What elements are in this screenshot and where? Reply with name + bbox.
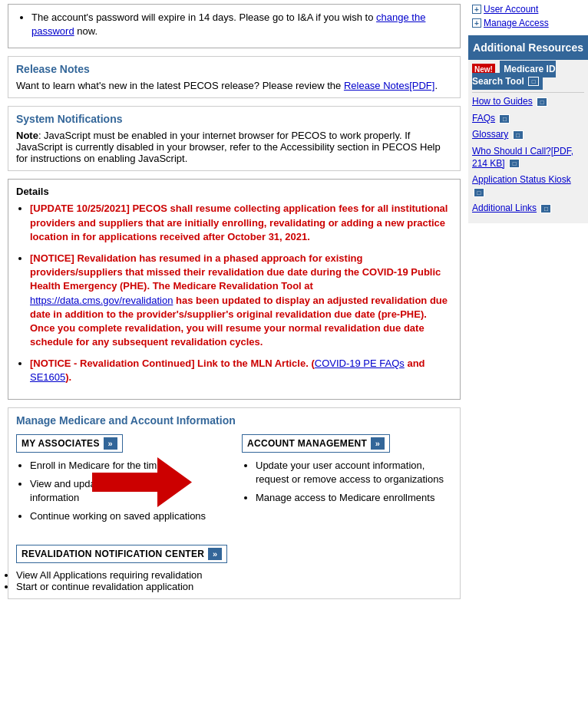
medicare-tool-icon: □ bbox=[528, 77, 539, 86]
application-status-icon: □ bbox=[474, 188, 484, 197]
revalidation-arrow-icon: » bbox=[208, 548, 222, 560]
how-to-guides-icon: □ bbox=[537, 97, 547, 107]
account-management-list: Update your user account information, re… bbox=[256, 459, 452, 506]
sidebar-user-account-link[interactable]: User Account bbox=[484, 4, 538, 15]
sidebar-manage-access-item: + Manage Access bbox=[472, 18, 584, 28]
my-associates-arrow-icon: » bbox=[104, 437, 117, 450]
sidebar-manage-access-link[interactable]: Manage Access bbox=[484, 18, 549, 28]
account-management-item-2: Manage access to Medicare enrollments bbox=[256, 491, 452, 505]
revalidation-item-2: Start or continue revalidation applicati… bbox=[16, 581, 452, 592]
release-notes-text: Want to learn what's new in the latest P… bbox=[16, 80, 452, 91]
sidebar: + User Account + Manage Access Additiona… bbox=[468, 0, 588, 603]
se1605-link[interactable]: SE1605 bbox=[30, 371, 65, 383]
release-notes-section: Release Notes Want to learn what's new i… bbox=[8, 56, 461, 98]
details-item-3: [NOTICE - Revalidation Continued] Link t… bbox=[30, 357, 452, 384]
details-list: [UPDATE 10/25/2021] PECOS shall resume c… bbox=[30, 202, 452, 384]
manage-grid: MY ASSOCIATES » Enroll in Medicare for t… bbox=[16, 434, 452, 529]
info-box: The account's password will expire in 14… bbox=[8, 4, 461, 48]
main-content: The account's password will expire in 14… bbox=[0, 0, 468, 603]
additional-links-link[interactable]: Additional Links bbox=[472, 203, 537, 213]
revalidation-section: REVALIDATION NOTIFICATION CENTER » View … bbox=[16, 536, 452, 592]
account-management-col: ACCOUNT MANAGEMENT » Update your user ac… bbox=[242, 434, 452, 529]
application-status-link[interactable]: Application Status Kiosk bbox=[472, 174, 571, 185]
details-item-1: [UPDATE 10/25/2021] PECOS shall resume c… bbox=[30, 202, 452, 244]
sidebar-glossary-item: Glossary □ bbox=[472, 129, 584, 141]
sidebar-links-container: New! Medicare ID Search Tool □ How to Gu… bbox=[468, 60, 588, 223]
red-arrow-icon bbox=[92, 453, 192, 511]
system-notifications-title: System Notifications bbox=[16, 113, 452, 125]
account-management-arrow-icon: » bbox=[371, 437, 385, 450]
manage-section-title: Manage Medicare and Account Information bbox=[16, 414, 452, 427]
system-notifications-text: Note: JavaScript must be enabled in your… bbox=[16, 130, 452, 164]
my-associates-label: MY ASSOCIATES bbox=[21, 438, 100, 449]
manage-section: Manage Medicare and Account Information … bbox=[8, 407, 461, 600]
revalidation-label: REVALIDATION NOTIFICATION CENTER bbox=[21, 549, 204, 559]
faqs-link[interactable]: FAQs bbox=[472, 113, 495, 124]
sidebar-medicare-tool-item: New! Medicare ID Search Tool □ bbox=[472, 64, 584, 87]
revalidation-button[interactable]: REVALIDATION NOTIFICATION CENTER » bbox=[16, 545, 227, 563]
system-notifications-section: System Notifications Note: JavaScript mu… bbox=[8, 106, 461, 171]
sidebar-top-links: + User Account + Manage Access bbox=[468, 0, 588, 35]
revalidation-item-1: View All Applications requiring revalida… bbox=[16, 569, 452, 581]
who-should-call-icon: □ bbox=[509, 159, 520, 168]
details-box: Details [UPDATE 10/25/2021] PECOS shall … bbox=[8, 179, 461, 399]
sidebar-additional-resources-header: Additional Resources bbox=[468, 35, 588, 60]
glossary-icon: □ bbox=[513, 130, 524, 140]
sidebar-additional-links-item: Additional Links □ bbox=[472, 203, 584, 215]
sidebar-user-account-item: + User Account bbox=[472, 4, 584, 15]
details-title: Details bbox=[16, 186, 452, 197]
glossary-link[interactable]: Glossary bbox=[472, 129, 508, 140]
password-notice: The account's password will expire in 14… bbox=[31, 11, 452, 38]
sidebar-application-status-item: Application Status Kiosk □ bbox=[472, 174, 584, 198]
revalidation-list: View All Applications requiring revalida… bbox=[16, 569, 452, 592]
svg-marker-0 bbox=[92, 457, 192, 507]
my-associates-button[interactable]: MY ASSOCIATES » bbox=[16, 434, 123, 453]
release-notes-link[interactable]: Release Notes[PDF] bbox=[344, 80, 435, 91]
account-management-button[interactable]: ACCOUNT MANAGEMENT » bbox=[242, 434, 390, 453]
sidebar-faqs-item: FAQs □ bbox=[472, 113, 584, 125]
how-to-guides-link[interactable]: How to Guides bbox=[472, 96, 533, 107]
release-notes-title: Release Notes bbox=[16, 63, 452, 75]
my-associates-item-3: Continue working on saved applications bbox=[30, 509, 226, 523]
faqs-icon: □ bbox=[499, 114, 510, 124]
who-should-call-link[interactable]: Who Should I Call?[PDF, 214 KB] bbox=[472, 146, 573, 169]
sidebar-how-to-guides-item: How to Guides □ bbox=[472, 96, 584, 108]
account-management-item-1: Update your user account information, re… bbox=[256, 459, 452, 486]
plus-icon-manage: + bbox=[472, 18, 481, 28]
sidebar-divider-1 bbox=[472, 92, 584, 93]
plus-icon-user: + bbox=[472, 5, 481, 14]
details-item-2: [NOTICE] Revalidation has resumed in a p… bbox=[30, 252, 452, 349]
account-management-label: ACCOUNT MANAGEMENT bbox=[247, 438, 367, 449]
additional-links-icon: □ bbox=[540, 204, 551, 213]
revalidation-tool-link[interactable]: https://data.cms.gov/revalidation bbox=[30, 295, 173, 306]
covid-pe-faqs-link[interactable]: COVID-19 PE FAQs bbox=[315, 358, 405, 369]
sidebar-who-should-call-item: Who Should I Call?[PDF, 214 KB] □ bbox=[472, 146, 584, 170]
